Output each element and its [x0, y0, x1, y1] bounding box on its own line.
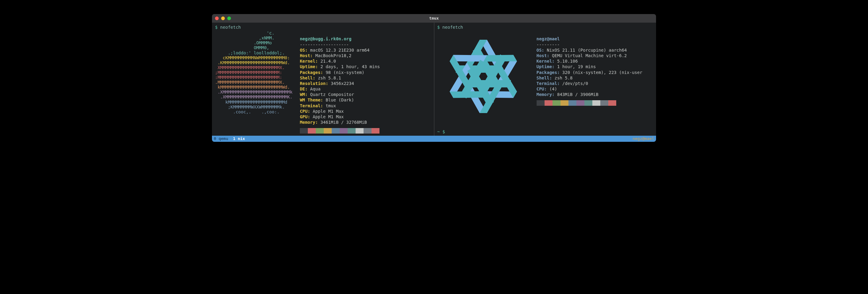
info-terminal: tmux [326, 103, 336, 108]
color-swatch [364, 128, 372, 134]
color-swatch [316, 128, 324, 134]
info-cpu: Apple M1 Max [313, 109, 344, 114]
command-text: neofetch [220, 25, 241, 30]
info-packages: 320 (nix-system), 223 (nix-user [562, 70, 642, 75]
color-swatch [324, 128, 332, 134]
tmux-panes: $ neofetch 'c. ,xNMM. .OMMMMo OMMM0, .;l… [212, 23, 656, 136]
color-swatch [545, 100, 553, 106]
color-swatch [553, 100, 560, 106]
system-info: negz@bugg.i.rk0n.org -------------------… [300, 31, 380, 136]
info-kernel: 5.10.106 [557, 59, 578, 64]
color-swatch [600, 100, 608, 106]
info-memory: 843MiB / 3906MiB [557, 92, 598, 97]
system-info: negz@mael --------- OS: NixOS 21.11 (Por… [537, 31, 643, 122]
divider: ------------------- [300, 42, 349, 47]
prompt-line: $ neofetch [437, 25, 653, 30]
color-swatch [355, 128, 364, 134]
tmux-pane-right[interactable]: $ neofetch [434, 23, 656, 136]
terminal-window: tmux $ neofetch 'c. ,xNMM. .OMMMMo OMMM0… [212, 14, 656, 142]
info-cpu: (4) [550, 86, 557, 91]
color-swatches [537, 100, 643, 106]
info-gpu: Apple M1 Max [313, 114, 344, 119]
info-uptime: 2 days, 1 hour, 43 mins [320, 64, 380, 69]
color-swatch [560, 100, 568, 106]
title-bar[interactable]: tmux [212, 14, 656, 23]
window-title: tmux [212, 16, 656, 21]
color-swatch [584, 100, 592, 106]
tmux-pane-left[interactable]: $ neofetch 'c. ,xNMM. .OMMMMo OMMM0, .;l… [212, 23, 434, 136]
color-swatch [308, 128, 316, 134]
color-swatch [608, 100, 616, 106]
info-wmtheme: Blue (Dark) [326, 98, 354, 102]
prompt-line: $ neofetch [215, 25, 431, 30]
color-swatch [300, 128, 308, 134]
divider: --------- [537, 42, 560, 47]
neofetch-output: 'c. ,xNMM. .OMMMMo OMMM0, .;loddo:' lool… [215, 31, 431, 136]
user-host: negz@mael [537, 36, 560, 41]
command-text: neofetch [442, 25, 463, 30]
tmux-status-bar[interactable]: 0 qemu 1 nix negz@mael [212, 136, 656, 142]
info-os: macOS 12.3 21E230 arm64 [310, 48, 370, 52]
zoom-button[interactable] [227, 16, 231, 20]
neofetch-output: negz@mael --------- OS: NixOS 21.11 (Por… [437, 31, 653, 122]
tmux-window-0[interactable]: 0 qemu [214, 136, 228, 141]
info-host: MacBookPro18,2 [315, 53, 351, 58]
user-host: negz@bugg.i.rk0n.org [300, 36, 351, 41]
color-swatch [577, 100, 584, 106]
info-resolution: 3456x2234 [331, 81, 354, 86]
minimize-button[interactable] [221, 16, 225, 20]
shell-prompt[interactable]: ~ $ [437, 127, 653, 135]
tmux-windows[interactable]: 0 qemu 1 nix [214, 136, 245, 142]
color-swatch [537, 100, 545, 106]
color-swatch [340, 128, 348, 134]
info-shell: zsh 5.8.1 [318, 75, 341, 80]
info-host: QEMU Virtual Machine virt-6.2 [552, 53, 627, 58]
info-memory: 3461MiB / 32768MiB [320, 120, 367, 125]
info-kernel: 21.4.0 [320, 59, 336, 64]
info-uptime: 1 hour, 19 mins [557, 64, 596, 69]
nixos-logo [437, 31, 529, 122]
info-terminal: /dev/pts/0 [562, 81, 588, 86]
color-swatch [592, 100, 600, 106]
color-swatch [372, 128, 379, 134]
info-de: Aqua [310, 86, 321, 91]
tmux-window-1-active[interactable]: 1 nix [233, 136, 245, 141]
color-swatch [348, 128, 355, 134]
color-swatches [300, 128, 380, 134]
color-swatch [568, 100, 577, 106]
traffic-lights [215, 16, 231, 20]
apple-ascii-logo: 'c. ,xNMM. .OMMMMo OMMM0, .;loddo:' lool… [215, 31, 292, 136]
info-packages: 98 (nix-system) [326, 70, 364, 75]
info-wm: Quartz Compositor [310, 92, 354, 97]
close-button[interactable] [215, 16, 219, 20]
info-shell: zsh 5.8 [555, 75, 573, 80]
color-swatch [332, 128, 340, 134]
tmux-status-right: negz@mael [633, 136, 654, 142]
info-os: NixOS 21.11 (Porcupine) aarch64 [547, 48, 627, 52]
